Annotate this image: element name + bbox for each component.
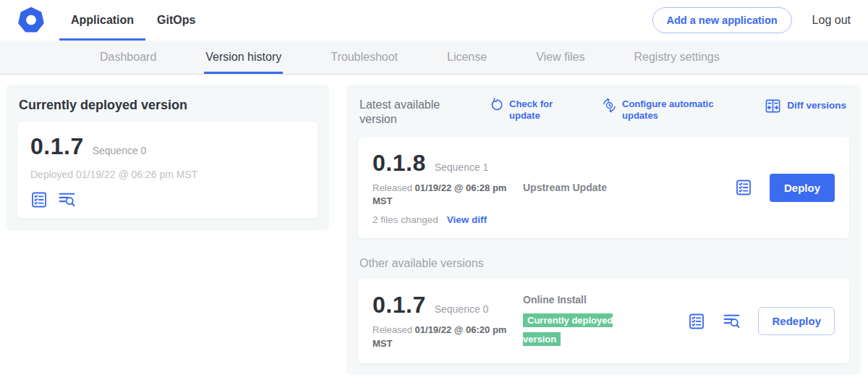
latest-available-panel: Latest available version Check for updat… [346, 85, 861, 375]
latest-version-info: 0.1.8 Sequence 1 Released 01/19/22 @ 06:… [373, 150, 523, 225]
latest-version-actions: Deploy [735, 174, 835, 202]
current-sequence-label: Sequence 0 [93, 145, 147, 156]
subnav-item-view-files[interactable]: View files [536, 41, 584, 74]
deploy-button[interactable]: Deploy [770, 174, 835, 202]
tab-application-label: Application [71, 14, 134, 27]
subnav-item-version-history[interactable]: Version history [205, 41, 281, 74]
main-content: Currently deployed version 0.1.7 Sequenc… [0, 75, 868, 375]
check-for-update-label: Check for update [509, 98, 557, 121]
upstream-update-label: Upstream Update [523, 182, 723, 193]
header-right: Add a new application Log out [652, 7, 851, 33]
other-version-card: 0.1.7 Sequence 0 Released 01/19/22 @ 06:… [358, 279, 849, 363]
other-version-number: 0.1.7 [373, 292, 426, 319]
logout-link[interactable]: Log out [812, 14, 851, 27]
tab-gitops-label: GitOps [157, 14, 195, 27]
latest-version-source: Upstream Update [523, 182, 723, 193]
currently-deployed-panel: Currently deployed version 0.1.7 Sequenc… [6, 85, 329, 230]
replicated-logo-icon [17, 7, 45, 34]
released-label: Released [373, 182, 412, 193]
version-row: 0.1.7 Sequence 0 [30, 133, 305, 160]
top-header: Application GitOps Add a new application… [0, 0, 868, 41]
currently-deployed-title: Currently deployed version [19, 98, 316, 113]
online-install-label: Online Install [523, 294, 676, 305]
version-row: 0.1.7 Sequence 0 [373, 292, 523, 319]
diff-versions-label: Diff versions [787, 100, 846, 111]
subnav-item-dashboard[interactable]: Dashboard [100, 41, 156, 74]
view-diff-link[interactable]: View diff [447, 214, 487, 225]
currently-deployed-card: 0.1.7 Sequence 0 Deployed 01/19/22 @ 06:… [17, 122, 318, 219]
latest-version-number: 0.1.8 [373, 150, 426, 177]
view-logs-icon[interactable] [58, 190, 76, 208]
header-tabs: Application GitOps [59, 0, 207, 41]
released-label: Released [373, 324, 412, 335]
latest-available-title: Latest available version [359, 98, 455, 127]
latest-available-header: Latest available version Check for updat… [359, 98, 849, 127]
configure-automatic-updates-label: Configure automatic updates [622, 98, 725, 121]
view-logs-icon[interactable] [723, 312, 741, 330]
current-version-actions [30, 190, 305, 208]
app-subnav: Dashboard Version history Troubleshoot L… [0, 41, 868, 75]
tab-gitops[interactable]: GitOps [145, 0, 207, 41]
latest-version-card: 0.1.8 Sequence 1 Released 01/19/22 @ 06:… [358, 137, 849, 238]
preflight-checklist-icon[interactable] [688, 313, 705, 330]
files-changed-count: 2 files changed [373, 214, 438, 225]
other-available-versions-title: Other available versions [359, 257, 848, 270]
configure-automatic-updates-button[interactable]: Configure automatic updates [602, 98, 725, 121]
add-new-application-button[interactable]: Add a new application [652, 7, 792, 33]
refresh-icon [490, 98, 504, 112]
subnav-item-registry-settings[interactable]: Registry settings [634, 41, 719, 74]
files-changed-row: 2 files changed View diff [373, 214, 523, 225]
subnav-item-license[interactable]: License [447, 41, 487, 74]
clock-refresh-icon [602, 98, 617, 113]
subnav-item-troubleshoot[interactable]: Troubleshoot [331, 41, 398, 74]
redeploy-button[interactable]: Redeploy [758, 307, 835, 335]
other-sequence-label: Sequence 0 [435, 303, 489, 315]
latest-sequence-label: Sequence 1 [435, 161, 489, 173]
current-version-number: 0.1.7 [30, 133, 84, 160]
other-version-info: 0.1.7 Sequence 0 Released 01/19/22 @ 06:… [373, 292, 523, 350]
currently-deployed-badge: Currently deployed version [523, 313, 613, 346]
version-row: 0.1.8 Sequence 1 [373, 150, 523, 177]
check-for-update-button[interactable]: Check for update [490, 98, 557, 121]
other-released-timestamp: Released 01/19/22 @ 06:20 pm MST [373, 324, 514, 350]
preflight-checklist-icon[interactable] [735, 179, 752, 196]
deployed-timestamp: Deployed 01/19/22 @ 06:26 pm MST [30, 169, 305, 180]
diff-table-icon [765, 98, 781, 114]
diff-versions-button[interactable]: Diff versions [765, 98, 846, 114]
currently-deployed-badge-wrap: Currently deployed version [523, 311, 640, 349]
preflight-checklist-icon[interactable] [30, 191, 48, 208]
latest-released-timestamp: Released 01/19/22 @ 06:28 pm MST [373, 182, 514, 208]
other-version-actions: Redeploy [688, 307, 835, 335]
tab-application[interactable]: Application [59, 0, 145, 41]
other-version-source: Online Install Currently deployed versio… [523, 294, 676, 349]
